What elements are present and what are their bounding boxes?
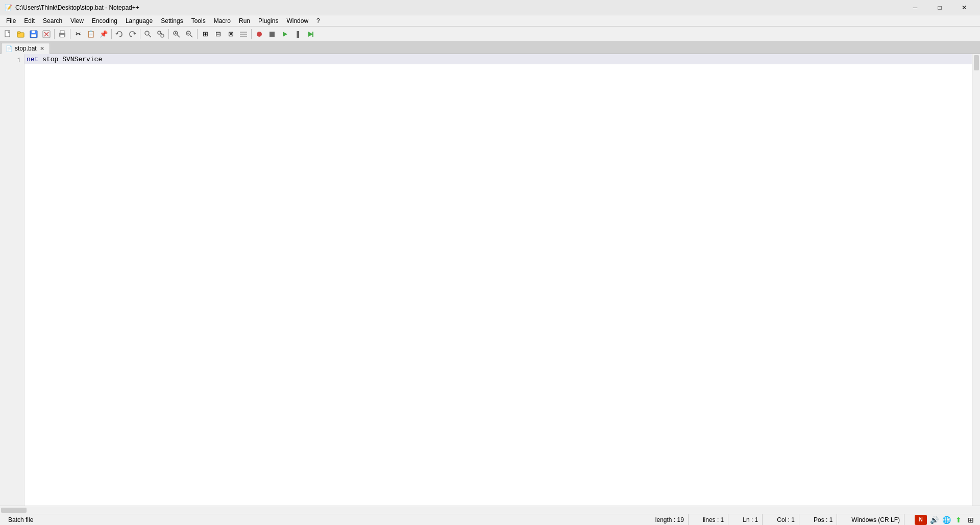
toolbar-close[interactable]	[40, 28, 53, 40]
toolbar-find[interactable]	[142, 28, 154, 40]
toolbar-macro-play[interactable]	[279, 28, 291, 40]
scrollbar-vertical[interactable]	[972, 54, 980, 506]
tab-file-icon: 📄	[6, 45, 13, 52]
app-icon: 📝	[4, 4, 12, 12]
toolbar-zoom-out[interactable]	[183, 28, 195, 40]
svg-point-15	[161, 34, 164, 37]
status-pos: Pos : 1	[810, 514, 837, 526]
toolbar-sep-1	[54, 29, 55, 39]
menu-tools[interactable]: Tools	[187, 15, 210, 27]
menu-view[interactable]: View	[66, 15, 88, 27]
menu-bar: File Edit Search View Encoding Language …	[0, 15, 980, 27]
menu-language[interactable]: Language	[121, 15, 157, 27]
toolbar-wordwrap[interactable]: ⊟	[212, 28, 224, 40]
title-bar-text: C:\Users\Think\Desktop\stop.bat - Notepa…	[15, 4, 139, 11]
code-area[interactable]: net stop SVNService	[24, 54, 972, 506]
toolbar-indent[interactable]	[237, 28, 250, 40]
editor-container: 1 net stop SVNService	[0, 54, 980, 506]
toolbar-print[interactable]	[56, 28, 68, 40]
menu-settings[interactable]: Settings	[157, 15, 187, 27]
svg-rect-11	[60, 35, 64, 37]
status-line-ending: Windows (CR LF)	[847, 514, 904, 526]
tray-icon-4: ⊞	[966, 515, 976, 525]
svg-rect-4	[32, 31, 35, 33]
status-left: Batch file	[4, 514, 37, 526]
tray-icon-notepad: N	[915, 515, 927, 525]
toolbar-macro-save[interactable]	[304, 28, 316, 40]
menu-window[interactable]: Window	[282, 15, 312, 27]
menu-edit[interactable]: Edit	[20, 15, 39, 27]
scrollbar-thumb[interactable]	[974, 55, 979, 70]
toolbar-sep-6	[197, 29, 198, 39]
toolbar-replace[interactable]	[155, 28, 167, 40]
toolbar-macro-play-multi[interactable]: ‖	[291, 28, 304, 40]
line-numbers: 1	[0, 54, 24, 506]
status-file-type: Batch file	[4, 514, 37, 526]
status-col: Col : 1	[773, 514, 799, 526]
svg-line-13	[149, 35, 151, 37]
svg-rect-0	[5, 31, 10, 37]
tab-label: stop.bat	[15, 45, 37, 52]
toolbar-open[interactable]	[15, 28, 27, 40]
toolbar-allchars[interactable]: ⊠	[225, 28, 237, 40]
scrollbar-horizontal[interactable]	[0, 506, 980, 514]
svg-point-12	[145, 31, 149, 35]
status-bar: Batch file length : 19 lines : 1 Ln : 1 …	[0, 514, 980, 525]
toolbar-copy[interactable]: 📋	[85, 28, 97, 40]
toolbar-redo[interactable]	[126, 28, 138, 40]
tab-stop-bat[interactable]: 📄 stop.bat ✕	[1, 43, 50, 54]
toolbar-sep-3	[111, 29, 112, 39]
menu-search[interactable]: Search	[39, 15, 66, 27]
tab-bar: 📄 stop.bat ✕	[0, 42, 980, 54]
title-bar-controls: ─ □ ✕	[903, 0, 976, 15]
svg-line-16	[161, 33, 162, 34]
toolbar-paste[interactable]: 📌	[97, 28, 110, 40]
toolbar-sync[interactable]: ⊞	[199, 28, 211, 40]
status-right: length : 19 lines : 1 Ln : 1 Col : 1 Pos…	[651, 514, 976, 526]
svg-point-14	[158, 31, 161, 34]
menu-macro[interactable]: Macro	[210, 15, 235, 27]
svg-marker-29	[283, 32, 287, 37]
code-keyword-net: net	[27, 56, 38, 63]
menu-file[interactable]: File	[2, 15, 20, 27]
svg-line-22	[190, 35, 192, 37]
tray-icon-2: 🌐	[941, 515, 951, 525]
toolbar-new[interactable]	[2, 28, 14, 40]
h-scroll-thumb[interactable]	[1, 508, 27, 513]
minimize-button[interactable]: ─	[903, 0, 927, 15]
svg-rect-5	[31, 34, 36, 37]
status-lines: lines : 1	[699, 514, 728, 526]
system-tray: N 🔊 🌐 ⬆ ⊞	[915, 515, 976, 525]
toolbar-sep-2	[70, 29, 70, 39]
line-number-1: 1	[9, 55, 21, 65]
svg-rect-10	[60, 31, 64, 33]
svg-rect-28	[270, 32, 275, 37]
tab-close-button[interactable]: ✕	[40, 45, 44, 52]
title-bar: 📝 C:\Users\Think\Desktop\stop.bat - Note…	[0, 0, 980, 15]
toolbar-sep-7	[251, 29, 252, 39]
tray-icon-1: 🔊	[929, 515, 939, 525]
toolbar-macro-stop[interactable]	[266, 28, 278, 40]
status-ln: Ln : 1	[739, 514, 763, 526]
toolbar-save[interactable]	[28, 28, 40, 40]
toolbar-undo[interactable]	[113, 28, 126, 40]
menu-plugins[interactable]: Plugins	[254, 15, 282, 27]
toolbar-macro-record[interactable]	[253, 28, 265, 40]
code-line-1: net stop SVNService	[24, 54, 972, 64]
svg-marker-30	[308, 32, 313, 37]
close-button[interactable]: ✕	[952, 0, 976, 15]
toolbar-sep-5	[168, 29, 169, 39]
svg-rect-2	[17, 32, 20, 33]
tray-icon-3: ⬆	[953, 515, 964, 525]
maximize-button[interactable]: □	[928, 0, 951, 15]
toolbar-zoom-in[interactable]	[170, 28, 183, 40]
svg-point-27	[257, 32, 262, 37]
menu-help[interactable]: ?	[312, 15, 324, 27]
toolbar-sep-4	[140, 29, 140, 39]
status-length: length : 19	[651, 514, 689, 526]
toolbar: ✂ 📋 📌 ⊞ ⊟ ⊠ ‖	[0, 27, 980, 42]
menu-run[interactable]: Run	[235, 15, 254, 27]
toolbar-cut[interactable]: ✂	[72, 28, 84, 40]
menu-encoding[interactable]: Encoding	[88, 15, 121, 27]
code-text-1: stop SVNService	[38, 56, 102, 63]
